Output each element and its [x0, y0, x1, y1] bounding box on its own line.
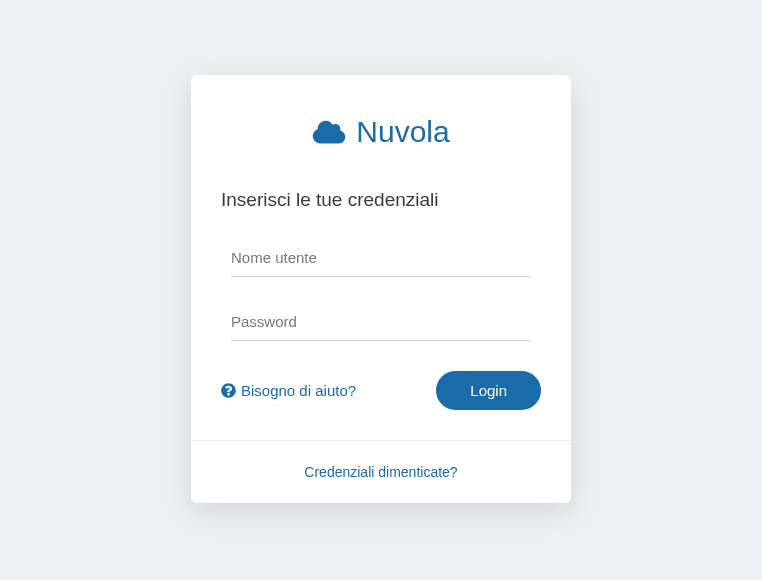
help-link-text: Bisogno di aiuto?: [241, 382, 356, 399]
subtitle: Inserisci le tue credenziali: [221, 189, 541, 211]
help-link[interactable]: Bisogno di aiuto?: [221, 382, 356, 399]
login-button[interactable]: Login: [436, 371, 541, 410]
username-field-wrap: [221, 239, 541, 277]
cloud-icon: [312, 119, 346, 145]
action-row: Bisogno di aiuto? Login: [221, 371, 541, 410]
login-card: Nuvola Inserisci le tue credenziali Biso…: [191, 75, 571, 503]
question-circle-icon: [221, 383, 236, 398]
username-input[interactable]: [231, 239, 531, 277]
card-footer: Credenziali dimenticate?: [191, 440, 571, 503]
password-input[interactable]: [231, 303, 531, 341]
card-body: Nuvola Inserisci le tue credenziali Biso…: [191, 75, 571, 440]
forgot-credentials-link[interactable]: Credenziali dimenticate?: [304, 464, 457, 480]
logo-text: Nuvola: [356, 115, 449, 149]
password-field-wrap: [221, 303, 541, 341]
logo: Nuvola: [221, 115, 541, 149]
